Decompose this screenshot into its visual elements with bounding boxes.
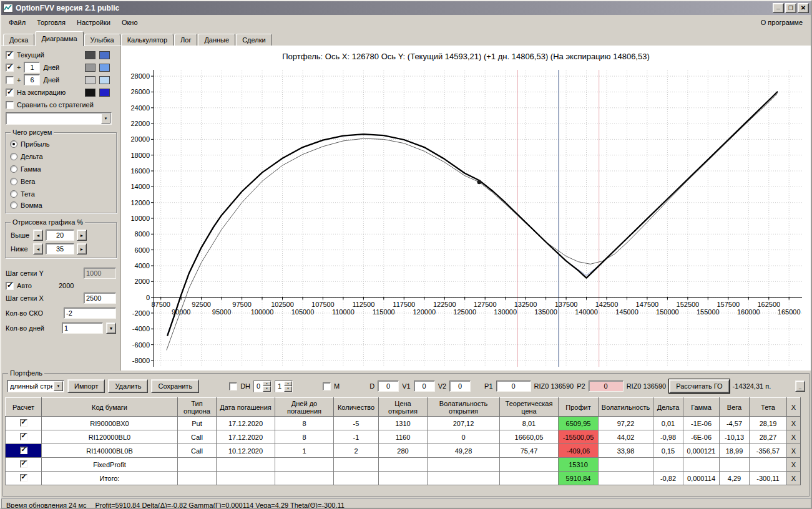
tab-ulybka[interactable]: Улыбка — [84, 34, 120, 46]
current-checkbox[interactable] — [6, 51, 14, 59]
menu-about[interactable]: О программе — [755, 16, 809, 29]
strategy-combo[interactable]: длинный стре ▼ — [7, 380, 64, 392]
tab-sdelki[interactable]: Сделки — [236, 34, 272, 46]
remove-row-button[interactable]: X — [787, 430, 801, 444]
menu-window[interactable]: Окно — [116, 16, 144, 29]
days-count-input[interactable] — [62, 322, 103, 334]
d-input[interactable] — [378, 381, 399, 392]
delete-button[interactable]: Удалить — [108, 379, 148, 393]
plus1-checkbox[interactable] — [6, 64, 14, 72]
plus6-color1-swatch[interactable] — [85, 76, 95, 84]
m-checkbox[interactable] — [323, 382, 331, 390]
save-button[interactable]: Сохранить — [151, 379, 199, 393]
column-header[interactable]: Волатильность открытия — [428, 398, 500, 417]
radio-delta[interactable] — [10, 153, 17, 160]
close-button[interactable]: ✕ — [798, 3, 809, 13]
calc-checkbox[interactable] — [20, 433, 27, 440]
calc-cell[interactable] — [6, 472, 42, 485]
dh-checkbox[interactable] — [229, 382, 237, 390]
current-color1-swatch[interactable] — [85, 51, 95, 59]
column-header[interactable]: Профит — [559, 398, 599, 417]
calc-cell[interactable] — [6, 458, 42, 472]
auto-checkbox[interactable] — [6, 282, 14, 290]
column-header[interactable]: Расчет — [6, 398, 42, 417]
column-header[interactable]: Тета — [750, 398, 787, 417]
below-decrease-button[interactable]: ◄ — [33, 243, 43, 254]
calc-cell[interactable] — [6, 444, 42, 458]
column-header[interactable]: Количество — [334, 398, 379, 417]
p2-input[interactable] — [589, 381, 624, 392]
tab-log[interactable]: Лог — [174, 34, 197, 46]
dh-spinner-2[interactable]: 1 ▲▼ — [275, 381, 293, 392]
titlebar[interactable]: OptionFVV версия 2.1 public _ ❐ ✕ — [1, 1, 811, 15]
chevron-down-icon[interactable]: ▼ — [101, 114, 110, 124]
column-header[interactable]: Дата погашения — [217, 398, 275, 417]
plus6-days-input[interactable] — [24, 74, 40, 85]
maximize-button[interactable]: ❐ — [785, 3, 796, 13]
plus6-color2-swatch[interactable] — [99, 76, 110, 84]
expiration-color1-swatch[interactable] — [85, 89, 95, 97]
calc-cell[interactable] — [6, 430, 42, 444]
calc-cell[interactable] — [6, 417, 42, 430]
v1-input[interactable] — [414, 381, 435, 392]
tab-dannye[interactable]: Данные — [198, 34, 235, 46]
chevron-down-icon[interactable]: ▼ — [54, 381, 63, 391]
column-header[interactable]: Дельта — [653, 398, 683, 417]
chart-area[interactable]: Портфель: Ось X: 126780 Ось Y: (Текущий … — [121, 46, 811, 371]
plus1-color1-swatch[interactable] — [85, 64, 95, 72]
radio-gamma[interactable] — [10, 165, 17, 173]
radio-vega[interactable] — [10, 178, 17, 185]
remove-row-button[interactable]: X — [787, 417, 801, 430]
scroll-down-button[interactable]: ▼ — [106, 322, 116, 334]
above-decrease-button[interactable]: ◄ — [33, 230, 43, 241]
collapse-button[interactable]: _ — [795, 381, 805, 392]
calculate-go-button[interactable]: Рассчитать ГО — [669, 379, 729, 393]
above-increase-button[interactable]: ► — [77, 230, 87, 241]
column-header[interactable]: X — [787, 398, 801, 417]
column-header[interactable]: Теоретическая цена — [500, 398, 559, 417]
column-header[interactable]: Гамма — [683, 398, 720, 417]
grid-step-x-input[interactable] — [84, 293, 116, 304]
plus1-days-input[interactable] — [24, 62, 40, 73]
column-header[interactable]: Тип опциона — [178, 398, 217, 417]
column-header[interactable]: Волатильность — [599, 398, 653, 417]
v2-input[interactable] — [449, 381, 471, 392]
spin-down-icon[interactable]: ▼ — [284, 386, 292, 392]
dh-spinner-1[interactable]: 0 ▲▼ — [253, 381, 271, 392]
calc-checkbox[interactable] — [20, 474, 27, 482]
radio-theta[interactable] — [10, 190, 17, 198]
strategy-select[interactable]: ▼ — [6, 112, 112, 125]
menu-file[interactable]: Файл — [3, 16, 31, 29]
calc-checkbox[interactable] — [20, 460, 27, 468]
column-header[interactable]: Цена открытия — [379, 398, 428, 417]
profit-chart[interactable]: -8000-6000-4000-200002000400060008000100… — [121, 65, 811, 371]
tab-doska[interactable]: Доска — [3, 34, 34, 46]
radio-vomma[interactable] — [10, 201, 17, 209]
spin-down-icon[interactable]: ▼ — [263, 386, 271, 392]
menu-settings[interactable]: Настройки — [71, 16, 116, 29]
current-color2-swatch[interactable] — [99, 51, 110, 59]
column-header[interactable]: Код бумаги — [42, 398, 178, 417]
radio-profit[interactable] — [10, 140, 17, 148]
spin-up-icon[interactable]: ▲ — [263, 381, 271, 387]
plus6-checkbox[interactable] — [6, 76, 14, 84]
column-header[interactable]: Дней до погашения — [275, 398, 334, 417]
menu-trading[interactable]: Торговля — [31, 16, 71, 29]
remove-row-button[interactable]: X — [787, 458, 801, 472]
below-increase-button[interactable]: ► — [77, 243, 87, 254]
plus1-color2-swatch[interactable] — [99, 64, 110, 72]
import-button[interactable]: Импорт — [67, 379, 105, 393]
calc-checkbox[interactable] — [20, 419, 27, 427]
above-percent-input[interactable] — [46, 230, 74, 241]
remove-row-button[interactable]: X — [787, 444, 801, 458]
calc-checkbox[interactable] — [20, 447, 27, 454]
spin-up-icon[interactable]: ▲ — [284, 381, 292, 387]
expiration-checkbox[interactable] — [6, 89, 14, 97]
below-percent-input[interactable] — [46, 243, 74, 254]
p1-input[interactable] — [496, 381, 531, 392]
sko-count-input[interactable] — [64, 308, 116, 319]
minimize-button[interactable]: _ — [773, 3, 784, 13]
column-header[interactable]: Вега — [720, 398, 750, 417]
grid-step-y-input[interactable] — [84, 268, 116, 279]
tab-diagramma[interactable]: Диаграмма — [35, 31, 83, 46]
